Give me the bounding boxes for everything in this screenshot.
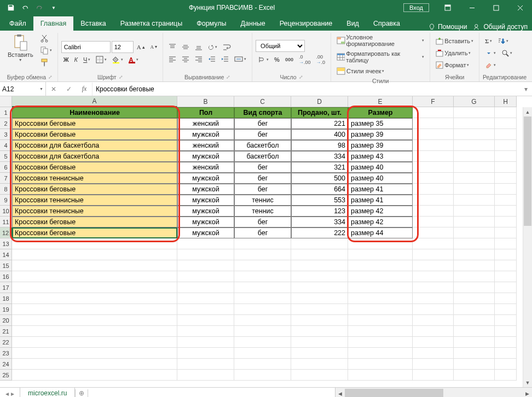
conditional-formatting-button[interactable]: Условное форматирование▾	[334, 33, 426, 48]
cell-H4[interactable]	[495, 140, 517, 151]
cell-G24[interactable]	[454, 359, 495, 370]
cell-A23[interactable]	[12, 348, 177, 359]
cut-icon[interactable]	[38, 33, 54, 44]
cell-A4[interactable]: Кроссовки для баскетбола	[12, 140, 177, 151]
cell-B16[interactable]	[177, 271, 234, 282]
cell-E7[interactable]: размер 40	[348, 173, 413, 184]
cell-H11[interactable]	[495, 217, 517, 227]
row-header-25[interactable]: 25	[0, 370, 12, 381]
cell-E13[interactable]	[348, 238, 413, 249]
scroll-up-icon[interactable]: ▲	[523, 107, 532, 116]
align-middle-icon[interactable]	[180, 42, 192, 52]
cell-C4[interactable]: баскетбол	[234, 140, 291, 151]
cell-C14[interactable]	[234, 249, 291, 260]
insert-function-icon[interactable]: fx	[77, 83, 92, 96]
column-header-G[interactable]: G	[454, 96, 495, 107]
cell-D13[interactable]	[291, 238, 348, 249]
cell-C7[interactable]: бег	[234, 173, 291, 184]
cell-B1[interactable]: Пол	[177, 107, 234, 118]
cell-B9[interactable]: мужской	[177, 195, 234, 206]
formula-input[interactable]: Кроссовки беговые	[92, 85, 520, 93]
orientation-icon[interactable]: ⭯▾	[206, 42, 219, 52]
cell-A14[interactable]	[12, 249, 177, 260]
cell-H14[interactable]	[495, 249, 517, 260]
vscroll-thumb[interactable]	[524, 116, 531, 226]
autosum-icon[interactable]: Σ▾	[483, 36, 494, 46]
cell-F17[interactable]	[413, 282, 454, 293]
insert-cells-button[interactable]: Вставить▾	[433, 36, 476, 46]
cell-C12[interactable]: бег	[234, 227, 291, 238]
cell-D9[interactable]: 553	[291, 195, 348, 206]
cell-B6[interactable]: женский	[177, 162, 234, 173]
cell-G9[interactable]	[454, 195, 495, 206]
cell-B13[interactable]	[177, 238, 234, 249]
cell-B8[interactable]: мужской	[177, 184, 234, 195]
cell-F12[interactable]	[413, 227, 454, 238]
cell-C8[interactable]: бег	[234, 184, 291, 195]
increase-indent-icon[interactable]	[219, 54, 231, 65]
cell-G13[interactable]	[454, 238, 495, 249]
cell-D5[interactable]: 334	[291, 151, 348, 162]
cell-A1[interactable]: Наименование	[12, 107, 177, 118]
cell-A3[interactable]: Кроссовки беговые	[12, 129, 177, 140]
row-header-15[interactable]: 15	[0, 260, 12, 271]
cell-B14[interactable]	[177, 249, 234, 260]
row-header-9[interactable]: 9	[0, 195, 12, 206]
format-as-table-button[interactable]: Форматировать как таблицу▾	[334, 49, 426, 65]
tab-data[interactable]: Данные	[234, 16, 273, 31]
cell-E5[interactable]: размер 43	[348, 151, 413, 162]
cell-H9[interactable]	[495, 195, 517, 206]
underline-button[interactable]: Ч▾	[81, 54, 92, 65]
cell-D18[interactable]	[291, 293, 348, 304]
row-header-6[interactable]: 6	[0, 162, 12, 173]
row-header-24[interactable]: 24	[0, 359, 12, 370]
cell-C19[interactable]	[234, 304, 291, 315]
cell-E3[interactable]: размер 39	[348, 129, 413, 140]
cell-C5[interactable]: баскетбол	[234, 151, 291, 162]
cell-E17[interactable]	[348, 282, 413, 293]
cell-C25[interactable]	[234, 370, 291, 381]
cell-D3[interactable]: 400	[291, 129, 348, 140]
cell-F15[interactable]	[413, 260, 454, 271]
cell-B21[interactable]	[177, 326, 234, 337]
cell-E6[interactable]: размер 40	[348, 162, 413, 173]
cell-A21[interactable]	[12, 326, 177, 337]
cell-H18[interactable]	[495, 293, 517, 304]
cell-E1[interactable]: Размер	[348, 107, 413, 118]
cell-A15[interactable]	[12, 260, 177, 271]
cell-D2[interactable]: 221	[291, 118, 348, 129]
cell-C10[interactable]: теннис	[234, 206, 291, 217]
maximize-button[interactable]	[484, 0, 508, 15]
row-header-22[interactable]: 22	[0, 337, 12, 348]
cell-B20[interactable]	[177, 315, 234, 326]
cell-H6[interactable]	[495, 162, 517, 173]
cell-F25[interactable]	[413, 370, 454, 381]
cell-G25[interactable]	[454, 370, 495, 381]
cell-B7[interactable]: мужской	[177, 173, 234, 184]
cell-A11[interactable]: Кроссовки беговые	[12, 217, 177, 227]
cell-F8[interactable]	[413, 184, 454, 195]
format-cells-button[interactable]: Формат▾	[433, 60, 471, 71]
expand-formula-bar-icon[interactable]: ▾	[520, 85, 532, 93]
align-right-icon[interactable]	[193, 54, 205, 65]
cell-H17[interactable]	[495, 282, 517, 293]
cell-G21[interactable]	[454, 326, 495, 337]
cell-G14[interactable]	[454, 249, 495, 260]
cell-E20[interactable]	[348, 315, 413, 326]
accounting-format-icon[interactable]: ▾	[256, 54, 271, 65]
cell-F23[interactable]	[413, 348, 454, 359]
cell-D16[interactable]	[291, 271, 348, 282]
cell-H7[interactable]	[495, 173, 517, 184]
cell-H19[interactable]	[495, 304, 517, 315]
cell-A10[interactable]: Кроссовки теннисные	[12, 206, 177, 217]
cell-A22[interactable]	[12, 337, 177, 348]
sheet-nav[interactable]: ◂▸	[0, 390, 20, 398]
row-header-14[interactable]: 14	[0, 249, 12, 260]
sheet-tab[interactable]: microexcel.ru	[20, 388, 75, 398]
row-header-17[interactable]: 17	[0, 282, 12, 293]
cell-E9[interactable]: размер 41	[348, 195, 413, 206]
cell-H20[interactable]	[495, 315, 517, 326]
cell-F9[interactable]	[413, 195, 454, 206]
cell-B22[interactable]	[177, 337, 234, 348]
cell-A7[interactable]: Кроссовки теннисные	[12, 173, 177, 184]
